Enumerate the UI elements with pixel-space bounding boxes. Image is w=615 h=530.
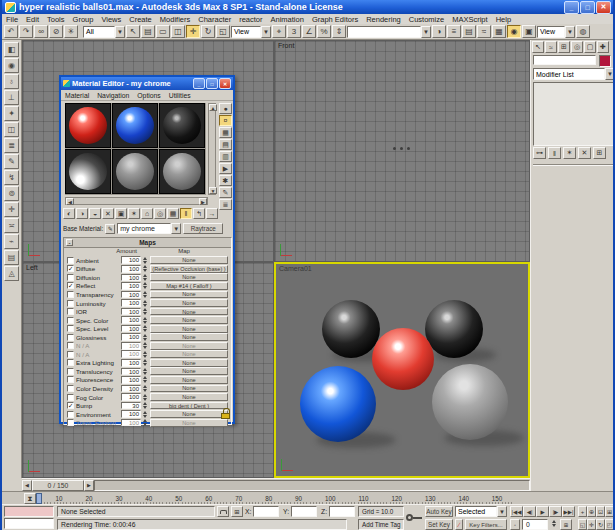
menu-maxscript[interactable]: MAXScript <box>448 15 491 24</box>
viewport-front[interactable]: Front <box>274 40 530 262</box>
lock-icon[interactable] <box>221 408 231 419</box>
camera-icon[interactable]: ◫ <box>4 122 19 137</box>
selection-set-dropdown[interactable]: Selected▼ <box>455 506 507 517</box>
amount-spinner[interactable] <box>141 265 148 273</box>
map-enable-checkbox[interactable] <box>67 282 74 289</box>
tab-motion[interactable]: ◎ <box>571 41 583 53</box>
map-slot-button[interactable]: None <box>150 393 228 401</box>
map-amount-field[interactable]: 100 <box>121 393 141 401</box>
fetch-icon[interactable]: ♁ <box>4 74 19 89</box>
redo-icon[interactable]: ↷ <box>19 25 33 38</box>
map-slot-button[interactable]: None <box>150 256 228 264</box>
sample-type-icon[interactable]: ● <box>219 103 232 114</box>
layers-icon[interactable]: ≣ <box>4 138 19 153</box>
put-to-library-icon[interactable]: ⌂ <box>141 208 153 219</box>
amount-spinner[interactable] <box>141 299 148 307</box>
key-filters-button[interactable]: Key Filters... <box>465 519 507 530</box>
sphere-red[interactable] <box>372 328 434 390</box>
quick-render-icon[interactable]: ◍ <box>576 25 590 38</box>
select-object-icon[interactable]: ↖ <box>126 25 140 38</box>
get-material-icon[interactable]: ◐ <box>63 208 75 219</box>
scroll-down-icon[interactable]: ▼ <box>209 187 217 194</box>
map-slot-button[interactable]: None <box>150 410 228 418</box>
menu-animation[interactable]: Animation <box>267 15 308 24</box>
material-id-channel-icon[interactable]: ◎ <box>154 208 166 219</box>
selection-filter-dropdown[interactable]: All▼ <box>83 26 125 38</box>
map-slot-button[interactable]: None <box>150 419 228 427</box>
spinner-snap-icon[interactable]: ⇕ <box>332 25 346 38</box>
scroll-right-icon[interactable]: ▶ <box>199 198 207 205</box>
macro-recorder-field[interactable] <box>4 506 54 517</box>
normal-align-icon[interactable]: ⊥ <box>4 90 19 105</box>
object-name-field[interactable] <box>533 55 596 65</box>
sphere-blue[interactable] <box>300 366 376 442</box>
key-mode-toggle-icon[interactable]: ◦ <box>510 519 520 530</box>
map-enable-checkbox[interactable] <box>67 411 74 418</box>
tab-utilities[interactable]: ✚ <box>597 41 609 53</box>
make-preview-icon[interactable]: ▶ <box>219 163 232 174</box>
map-amount-field[interactable]: 100 <box>121 325 141 333</box>
pencil-icon[interactable]: ✎ <box>4 154 19 169</box>
map-slot-button[interactable]: None <box>150 308 228 316</box>
minimize-button[interactable]: _ <box>193 78 205 89</box>
snap-toggle-icon[interactable]: 3 <box>287 25 301 38</box>
map-slot-button[interactable]: None <box>150 299 228 307</box>
pan-icon[interactable]: ✛ <box>587 519 596 530</box>
menu-create[interactable]: Create <box>125 15 156 24</box>
amount-spinner[interactable] <box>141 316 148 324</box>
undo-icon[interactable]: ↶ <box>4 25 18 38</box>
map-amount-field[interactable]: 100 <box>121 299 141 307</box>
material-editor-options-icon[interactable]: ✱ <box>219 175 232 186</box>
map-slot-button[interactable]: None <box>150 376 228 384</box>
menu-edit[interactable]: Edit <box>22 15 43 24</box>
make-material-copy-icon[interactable]: ▣ <box>115 208 127 219</box>
viewport-camera[interactable]: Camera01 <box>274 262 530 478</box>
menu-rendering[interactable]: Rendering <box>362 15 405 24</box>
map-amount-field[interactable]: 30 <box>121 402 141 410</box>
amount-spinner[interactable] <box>141 393 148 401</box>
map-enable-checkbox[interactable] <box>67 334 74 341</box>
menu-customize[interactable]: Customize <box>405 15 448 24</box>
amount-spinner[interactable] <box>141 290 148 298</box>
chevron-down-icon[interactable]: ▼ <box>605 68 615 80</box>
time-configuration-icon[interactable]: ⊞ <box>560 519 572 530</box>
material-type-button[interactable]: Raytrace <box>183 223 223 234</box>
layer-manager-icon[interactable]: ▤ <box>462 25 476 38</box>
render-type-dropdown[interactable]: View▼ <box>537 26 575 38</box>
bolt-icon[interactable]: ↯ <box>4 170 19 185</box>
object-color-swatch[interactable] <box>599 55 611 67</box>
map-enable-checkbox[interactable] <box>67 300 74 307</box>
viewport-label[interactable]: Camera01 <box>279 265 312 272</box>
zoom-icon[interactable]: + <box>578 506 587 517</box>
material-editor-titlebar[interactable]: Material Editor - my chrome _ □ ✕ <box>61 77 233 90</box>
map-enable-checkbox[interactable] <box>67 325 74 332</box>
menu-tools[interactable]: Tools <box>43 15 69 24</box>
frame-spinner[interactable] <box>550 519 557 527</box>
menu-character[interactable]: Character <box>194 15 235 24</box>
map-enable-checkbox[interactable] <box>67 394 74 401</box>
tab-modify[interactable]: ≈ <box>545 41 557 53</box>
zoom-extents-icon[interactable]: ⊡ <box>596 506 605 517</box>
amount-spinner[interactable] <box>141 342 148 350</box>
me-menu-utilities[interactable]: Utilities <box>165 92 195 99</box>
cross-icon[interactable]: ✛ <box>4 202 19 217</box>
close-icon[interactable]: ✕ <box>219 78 231 89</box>
map-slot-button[interactable]: None <box>150 342 228 350</box>
map-amount-field[interactable]: 100 <box>121 256 141 264</box>
amount-spinner[interactable] <box>141 308 148 316</box>
map-amount-field[interactable]: 100 <box>121 410 141 418</box>
map-amount-field[interactable]: 100 <box>121 385 141 393</box>
reset-map-icon[interactable]: ✕ <box>102 208 114 219</box>
amount-spinner[interactable] <box>141 273 148 281</box>
map-amount-field[interactable]: 100 <box>121 333 141 341</box>
use-center-icon[interactable]: ⌖ <box>272 25 286 38</box>
current-frame-field[interactable]: 0 <box>522 519 548 530</box>
grid-icon[interactable]: ▤ <box>4 250 19 265</box>
put-material-to-scene-icon[interactable]: ◑ <box>76 208 88 219</box>
map-enable-checkbox[interactable] <box>67 308 74 315</box>
auto-key-button[interactable]: Auto Key <box>425 506 453 517</box>
time-slider-track[interactable] <box>94 480 530 491</box>
scroll-up-icon[interactable]: ▲ <box>209 104 217 111</box>
chevron-down-icon[interactable]: ▼ <box>565 26 575 38</box>
schematic-view-icon[interactable]: ▦ <box>492 25 506 38</box>
